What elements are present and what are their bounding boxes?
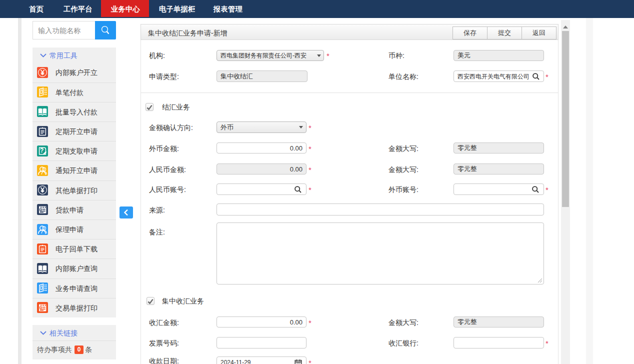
svg-text:?: ? — [40, 146, 44, 154]
